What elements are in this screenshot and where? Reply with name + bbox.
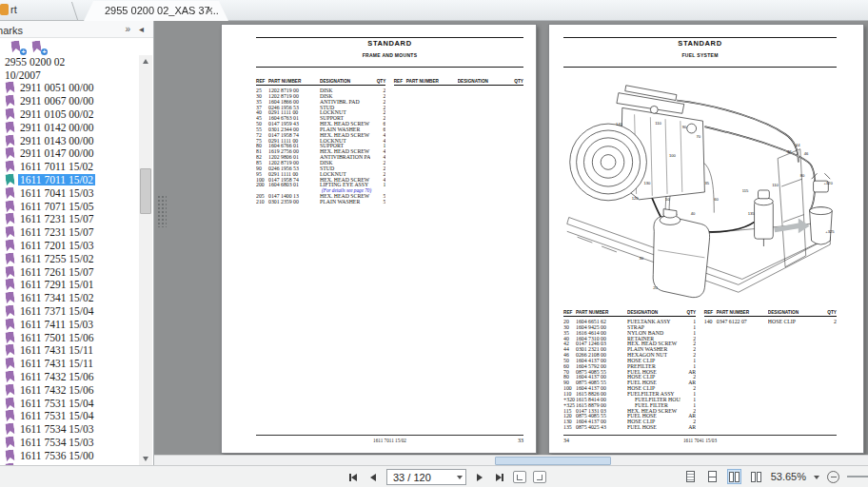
bookmarks-panel-title: Bookmarks xyxy=(0,21,32,38)
cell-ref: 140 xyxy=(704,319,717,324)
diagram-callout: 30 xyxy=(640,256,644,261)
bookmark-flag-icon xyxy=(5,252,14,264)
bookmark-label: 1611 7531 15/04 xyxy=(18,410,96,421)
next-page-icon[interactable] xyxy=(473,470,486,485)
horizontal-scrollbar[interactable] xyxy=(154,455,868,465)
single-page-view-icon[interactable] xyxy=(683,469,698,484)
bookmark-item[interactable]: 1611 7041 15/03 xyxy=(0,186,139,200)
diagram-callout: 35 xyxy=(704,181,709,185)
bookmark-label: 1611 7501 15/06 xyxy=(18,332,96,343)
cell-part: 0301 2359 00 xyxy=(268,199,320,205)
bookmark-item[interactable]: 1611 7531 15/04 xyxy=(0,410,139,423)
col-part-number: PART NUMBER xyxy=(717,310,768,315)
bookmark-item[interactable]: 1611 7011 15/02 xyxy=(0,173,139,186)
bookmark-item[interactable]: 1611 7341 15/02 xyxy=(0,291,139,304)
bookmark-item[interactable]: 1611 7432 15/06 xyxy=(0,370,139,383)
header-rule xyxy=(563,37,837,38)
bookmark-item[interactable]: 1611 7011 15/02 xyxy=(0,160,139,173)
bookmark-item[interactable]: 1611 7231 15/07 xyxy=(0,225,139,239)
header-rule xyxy=(256,67,523,68)
bookmark-label: 1611 7536 15/00 xyxy=(18,450,96,461)
cell-qty: 1 xyxy=(370,182,385,187)
bookmark-item[interactable]: 1611 7531 15/04 xyxy=(0,397,139,410)
bookmarks-panel-header: Bookmarks » ◂ xyxy=(0,21,153,38)
diagram-callout: 80 xyxy=(800,173,805,178)
bookmark-label: 1611 7411 15/03 xyxy=(18,319,95,330)
status-bar: 33 / 120 53.65% xyxy=(0,465,868,487)
bookmark-flag-icon xyxy=(5,292,14,304)
bookmark-item[interactable]: 1611 7431 15/11 xyxy=(0,344,139,358)
bookmark-flag-icon xyxy=(5,186,14,199)
partial-tab-label[interactable]: rt xyxy=(10,4,17,15)
bookmark-item[interactable]: 1611 7536 15/00 xyxy=(0,449,139,462)
bookmark-label: 1611 7432 15/06 xyxy=(18,384,96,396)
diagram-callout: 140 xyxy=(616,122,623,127)
zoom-out-icon[interactable] xyxy=(827,471,839,483)
table-header: REF PART NUMBER DESIGNATION QTY xyxy=(256,79,385,86)
page-dropdown-icon[interactable] xyxy=(457,476,463,482)
cell-part: 0347 6122 07 xyxy=(717,319,768,324)
previous-page-icon[interactable] xyxy=(366,470,380,485)
new-child-bookmark-icon[interactable]: + xyxy=(32,41,46,54)
expand-panels-icon[interactable]: » xyxy=(125,24,128,35)
bookmark-label: 2911 0142 00/00 xyxy=(18,122,96,133)
bookmark-flag-icon xyxy=(5,121,14,133)
bookmark-item[interactable]: 1611 7534 15/03 xyxy=(0,422,139,436)
last-page-icon[interactable] xyxy=(493,470,506,485)
previous-view-icon[interactable] xyxy=(513,471,526,483)
bookmark-item[interactable]: 1611 7291 15/01 xyxy=(0,279,139,292)
continuous-facing-view-icon[interactable] xyxy=(749,469,763,484)
panel-resize-handle[interactable] xyxy=(157,195,167,227)
bookmark-item[interactable]: 1611 7432 15/06 xyxy=(0,383,139,397)
bookmark-item[interactable]: 1611 7255 15/02 xyxy=(0,252,139,265)
zoom-dropdown-icon[interactable] xyxy=(814,476,819,482)
bookmark-label: 2911 0143 00/00 xyxy=(18,135,96,146)
zoom-slider[interactable] xyxy=(847,476,868,477)
collapse-panel-icon[interactable]: ◂ xyxy=(139,24,144,35)
scrollbar-thumb[interactable] xyxy=(495,457,611,465)
parts-row: 1350875 4025 43FUEL HOSEAR xyxy=(563,424,696,430)
bookmark-item[interactable]: 1611 7261 15/07 xyxy=(0,265,139,279)
bookmark-label: 1611 7231 15/07 xyxy=(18,226,96,238)
tab-bar: rt 2955 0200 02_XAS 37... × xyxy=(0,0,868,21)
page-subtitle: FRAME AND MOUNTS xyxy=(256,52,523,58)
bookmark-label: 1611 7011 15/02 xyxy=(18,161,95,172)
continuous-view-icon[interactable] xyxy=(705,469,720,484)
bookmarks-scrollbar[interactable] xyxy=(139,55,152,465)
scroll-down-icon[interactable] xyxy=(139,453,152,465)
document-tab[interactable]: 2955 0200 02_XAS 37... × xyxy=(84,1,228,21)
bookmark-item[interactable]: 1611 7071 15/05 xyxy=(0,200,139,213)
tab-close-icon[interactable]: × xyxy=(207,4,213,17)
bookmark-item[interactable]: 1611 7201 15/03 xyxy=(0,239,139,252)
bookmark-item[interactable]: 1611 7501 15/06 xyxy=(0,331,139,344)
scroll-up-icon[interactable] xyxy=(139,55,152,68)
bookmark-item[interactable]: 2911 0051 00/00 xyxy=(0,82,139,95)
table-header: REF PART NUMBER DESIGNATION QTY xyxy=(394,79,523,86)
bookmark-item[interactable]: 2911 0147 00/00 xyxy=(0,147,139,161)
bookmark-item[interactable]: 2911 0067 00/00 xyxy=(0,94,139,107)
new-bookmark-icon[interactable]: + xyxy=(11,41,25,54)
page-33-content: STANDARD FRAME AND MOUNTS REF PART NUMBE… xyxy=(256,25,523,453)
page-title: STANDARD xyxy=(563,39,837,48)
scrollbar-thumb[interactable] xyxy=(140,168,151,214)
first-page-icon[interactable] xyxy=(346,470,360,485)
bookmark-item[interactable]: 10/2007 xyxy=(0,68,139,82)
next-view-icon[interactable] xyxy=(533,471,546,483)
page-number-input[interactable]: 33 / 120 xyxy=(386,469,466,485)
bookmark-item[interactable]: 1611 7411 15/03 xyxy=(0,318,139,331)
col-ref: REF xyxy=(704,310,717,315)
bookmark-item[interactable]: 2911 0105 00/02 xyxy=(0,107,139,121)
bookmark-item[interactable]: 1611 7231 15/07 xyxy=(0,213,139,226)
bookmark-item[interactable]: 2911 0142 00/00 xyxy=(0,121,139,134)
col-qty: QTY xyxy=(821,310,837,315)
bookmark-item[interactable]: 1611 7371 15/04 xyxy=(0,304,139,318)
bookmark-item[interactable]: 2911 0143 00/00 xyxy=(0,134,139,147)
page-number-value: 33 / 120 xyxy=(393,472,457,483)
plus-badge-icon: + xyxy=(20,49,27,55)
bookmark-item[interactable]: 1611 7534 15/03 xyxy=(0,436,139,449)
bookmark-label: 2911 0051 00/00 xyxy=(18,82,96,93)
facing-view-icon[interactable] xyxy=(727,469,741,484)
bookmark-item[interactable]: 2955 0200 02 xyxy=(0,55,139,68)
bookmark-item[interactable]: 1611 7431 15/11 xyxy=(0,357,139,370)
col-designation: DESIGNATION xyxy=(768,310,821,315)
